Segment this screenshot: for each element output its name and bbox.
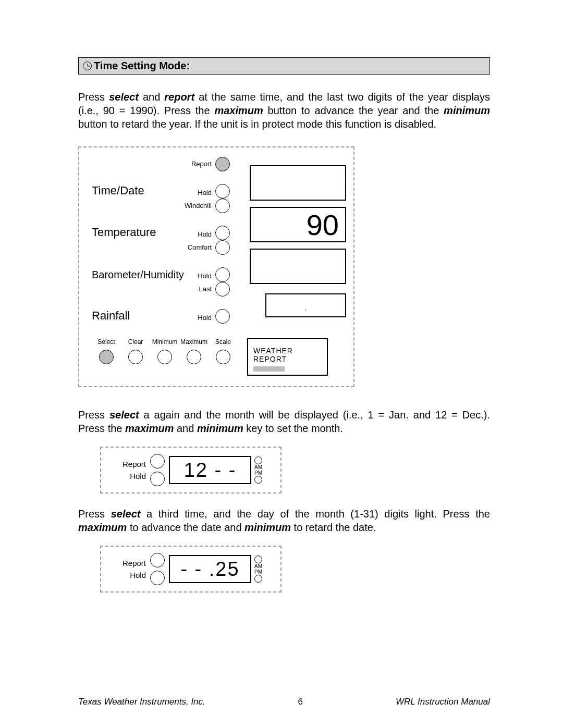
report-button[interactable]: [150, 553, 165, 567]
kw-minimum: minimum: [444, 105, 490, 116]
mini-display: 12 - -: [169, 456, 251, 484]
top-label: Windchill: [185, 202, 212, 209]
label: Report: [107, 460, 146, 468]
button-col: [212, 199, 234, 240]
last-button[interactable]: [215, 282, 230, 297]
mini-panel-day: Report Hold - - .25 AM PM: [100, 546, 282, 593]
hold-button[interactable]: [150, 571, 165, 585]
footer: Texas Weather Instruments, Inc. 6 WRL In…: [78, 697, 490, 707]
t: and: [174, 423, 197, 434]
clock-icon: [83, 61, 92, 70]
pm-led: [254, 575, 262, 583]
hold-button[interactable]: [215, 226, 230, 240]
hold-button[interactable]: [215, 309, 230, 324]
kw-minimum: minimum: [244, 522, 291, 533]
mini-buttons: [148, 553, 167, 585]
label: Hold: [107, 571, 146, 579]
mini-labels: Report Hold: [107, 556, 146, 583]
comfort-button[interactable]: [215, 240, 230, 255]
display: [250, 165, 346, 201]
scale-button-group: Scale: [209, 338, 238, 364]
paragraph-2: Press select a again and the month will …: [78, 408, 490, 435]
report-button[interactable]: [215, 157, 230, 171]
am-led: [254, 556, 262, 563]
bot-label: Hold: [198, 314, 212, 322]
row-labels: Time/Date Report Hold: [92, 157, 212, 199]
t: a third time, and the day of the month (…: [140, 508, 490, 520]
mini-labels: Report Hold: [107, 456, 146, 484]
t: to retard the date.: [291, 522, 376, 533]
row-barometer-humidity: Barometer/Humidity Comfort Hold: [92, 240, 346, 282]
t: button to retard the year. If the unit i…: [78, 118, 436, 130]
report-button[interactable]: [150, 454, 165, 468]
row-title: Rainfall: [92, 309, 130, 323]
top-label: Last: [199, 285, 212, 293]
label: Report: [107, 559, 146, 567]
row-rainfall: Rainfall Last Hold .: [92, 282, 346, 324]
heading-text: Time Setting Mode:: [94, 60, 190, 71]
kw-maximum: maximum: [78, 522, 127, 533]
minimum-button[interactable]: [157, 350, 172, 364]
am-led: [254, 456, 262, 464]
kw-report: report: [164, 91, 194, 103]
pm-led: [254, 476, 262, 484]
kw-select: select: [111, 508, 141, 520]
row-labels: Temperature Windchill Hold: [92, 199, 212, 240]
page-number: 6: [298, 697, 303, 707]
paragraph-1: Press select and report at the same time…: [78, 90, 490, 131]
display: .: [265, 293, 346, 317]
label: Select: [92, 338, 121, 346]
t: to advance the date and: [127, 522, 244, 533]
kw-select: select: [109, 91, 139, 103]
am-pm-indicator: AM PM: [254, 556, 262, 583]
button-col: [212, 240, 234, 282]
page: Time Setting Mode: Press select and repo…: [0, 0, 563, 728]
windchill-button[interactable]: [215, 199, 230, 213]
bot-label: Hold: [198, 272, 212, 280]
t: Press: [78, 91, 109, 103]
mini-buttons: [148, 454, 167, 486]
top-label: Comfort: [188, 243, 212, 251]
am-label: AM: [254, 464, 262, 470]
maximum-button[interactable]: [187, 350, 201, 364]
button-col: [212, 157, 234, 199]
maximum-button-group: Maximum: [179, 338, 209, 364]
display-col: [234, 240, 346, 282]
paragraph-3: Press select a third time, and the day o…: [78, 507, 490, 534]
clear-button[interactable]: [128, 350, 143, 364]
t: Press: [78, 409, 109, 421]
select-button[interactable]: [99, 350, 114, 364]
am-pm-indicator: AM PM: [254, 456, 262, 484]
bottom-buttons: Select Clear Minimum Maximum Scale WEATH…: [92, 338, 346, 376]
hold-button[interactable]: [215, 184, 230, 199]
button-col: [212, 282, 234, 324]
row-temperature: Temperature Windchill Hold 90: [92, 199, 346, 240]
row-title: Temperature: [92, 226, 156, 239]
minimum-button-group: Minimum: [150, 338, 179, 364]
t: key to set the month.: [243, 423, 343, 434]
pm-label: PM: [254, 470, 262, 476]
top-label: Report: [191, 160, 212, 168]
display: [250, 249, 346, 284]
label: Maximum: [179, 338, 209, 346]
bot-label: Hold: [198, 189, 212, 196]
select-button-group: Select: [92, 338, 121, 364]
hold-button[interactable]: [150, 472, 165, 486]
kw-maximum: maximum: [125, 423, 174, 434]
am-label: AM: [254, 563, 262, 569]
kw-select: select: [109, 409, 139, 421]
weather-report-box: WEATHER REPORT: [247, 338, 328, 376]
scale-button[interactable]: [216, 350, 230, 364]
display: 90: [250, 207, 346, 242]
hold-button[interactable]: [215, 267, 230, 282]
footer-left: Texas Weather Instruments, Inc.: [78, 697, 205, 707]
clear-button-group: Clear: [121, 338, 150, 364]
row-labels: Barometer/Humidity Comfort Hold: [92, 240, 212, 282]
t: Press: [78, 508, 111, 520]
row-labels: Rainfall Last Hold: [92, 282, 212, 324]
t: and: [139, 91, 164, 103]
label: Minimum: [150, 338, 179, 346]
kw-minimum: minimum: [197, 423, 243, 434]
label: Clear: [121, 338, 150, 346]
label: Hold: [107, 472, 146, 480]
